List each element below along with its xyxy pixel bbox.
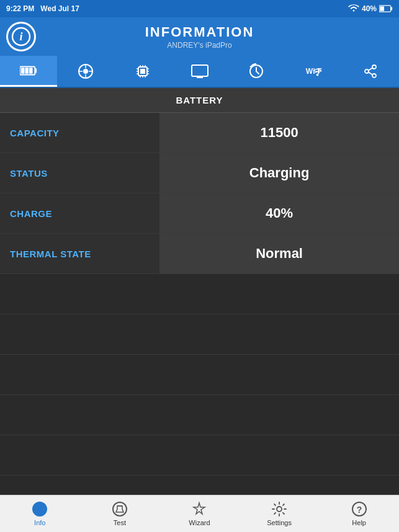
section-title: BATTERY [176, 95, 223, 105]
svg-point-18 [316, 74, 319, 76]
help-bottom-label: Help [352, 519, 366, 526]
charge-value: 40% [159, 193, 399, 233]
status-bar: 9:22 PM Wed Jul 17 40% [0, 0, 399, 17]
header: i INFORMATION ANDREY's iPadPro [0, 17, 399, 56]
settings-bottom-icon [271, 501, 287, 517]
wifi-icon [348, 4, 359, 13]
svg-point-19 [372, 65, 376, 69]
battery-percent: 40% [362, 4, 377, 13]
share-nav-icon [362, 63, 379, 80]
wizard-bottom-icon [191, 501, 207, 517]
test-bottom-label: Test [114, 519, 126, 526]
info-bottom-label: Info [34, 519, 45, 526]
nav-tab-disk[interactable] [57, 56, 114, 87]
nav-tab-battery[interactable] [0, 56, 57, 87]
svg-rect-2 [380, 6, 384, 11]
svg-rect-1 [391, 7, 393, 10]
svg-text:i: i [38, 505, 41, 514]
nav-tab-cpu[interactable] [114, 56, 171, 87]
table-row: THERMAL STATE Normal [0, 234, 399, 274]
settings-bottom-label: Settings [267, 519, 292, 526]
svg-rect-13 [140, 69, 145, 74]
info-icon: i [11, 27, 31, 47]
section-header: BATTERY [0, 88, 399, 113]
wizard-bottom-label: Wizard [189, 519, 210, 526]
nav-tabs: Wi-Fi [0, 56, 399, 88]
nav-tab-history[interactable] [228, 56, 285, 87]
nav-tab-share[interactable] [342, 56, 399, 87]
empty-row [0, 355, 399, 395]
empty-row [0, 435, 399, 476]
header-text: INFORMATION ANDREY's iPadPro [145, 24, 254, 50]
charge-label: CHARGE [0, 193, 159, 233]
info-table: CAPACITY 11500 STATUS Charging CHARGE 40… [0, 113, 399, 274]
svg-text:?: ? [356, 505, 362, 515]
svg-rect-6 [35, 68, 37, 73]
bottom-tab-test[interactable]: Test [80, 501, 160, 526]
svg-rect-8 [25, 68, 29, 73]
battery-nav-icon [20, 62, 37, 79]
table-row: CAPACITY 11500 [0, 113, 399, 153]
svg-text:i: i [19, 30, 22, 43]
nav-tab-wifi[interactable]: Wi-Fi [285, 56, 342, 87]
capacity-label: CAPACITY [0, 113, 159, 153]
status-label: STATUS [0, 153, 159, 193]
header-title: INFORMATION [145, 24, 254, 40]
svg-point-20 [365, 69, 369, 73]
wifi-nav-icon: Wi-Fi [305, 63, 322, 80]
bottom-tab-settings[interactable]: Settings [240, 501, 320, 526]
header-logo: i [6, 22, 36, 51]
svg-point-24 [113, 502, 127, 516]
table-row: STATUS Charging [0, 153, 399, 193]
empty-content-area [0, 274, 399, 532]
header-subtitle: ANDREY's iPadPro [145, 41, 254, 50]
thermal-value: Normal [159, 234, 399, 273]
bottom-tab-info[interactable]: i Info [0, 501, 80, 526]
display-nav-icon [191, 63, 208, 80]
status-date: Wed Jul 17 [40, 4, 79, 13]
cpu-nav-icon [134, 63, 151, 80]
svg-rect-9 [29, 68, 33, 73]
status-time: 9:22 PM [6, 4, 34, 13]
history-nav-icon [248, 63, 265, 80]
status-left: 9:22 PM Wed Jul 17 [6, 4, 79, 13]
nav-tab-display[interactable] [171, 56, 228, 87]
svg-rect-7 [21, 68, 25, 73]
bottom-tab-help[interactable]: ? Help [319, 501, 399, 526]
svg-rect-14 [192, 65, 208, 76]
info-bottom-icon: i [32, 501, 48, 517]
svg-point-21 [372, 74, 376, 78]
battery-icon [379, 5, 393, 12]
disk-nav-icon [77, 63, 94, 80]
thermal-label: THERMAL STATE [0, 234, 159, 273]
table-row: CHARGE 40% [0, 193, 399, 234]
bottom-tabs: i Info Test Wizard [0, 495, 399, 532]
svg-point-25 [277, 507, 282, 512]
empty-row [0, 314, 399, 355]
svg-point-11 [83, 69, 88, 74]
bottom-tab-wizard[interactable]: Wizard [159, 501, 240, 526]
test-bottom-icon [112, 501, 128, 517]
status-right: 40% [348, 4, 393, 13]
capacity-value: 11500 [159, 113, 399, 153]
status-value: Charging [159, 153, 399, 193]
empty-row [0, 274, 399, 314]
empty-row [0, 395, 399, 435]
help-bottom-icon: ? [351, 501, 367, 517]
